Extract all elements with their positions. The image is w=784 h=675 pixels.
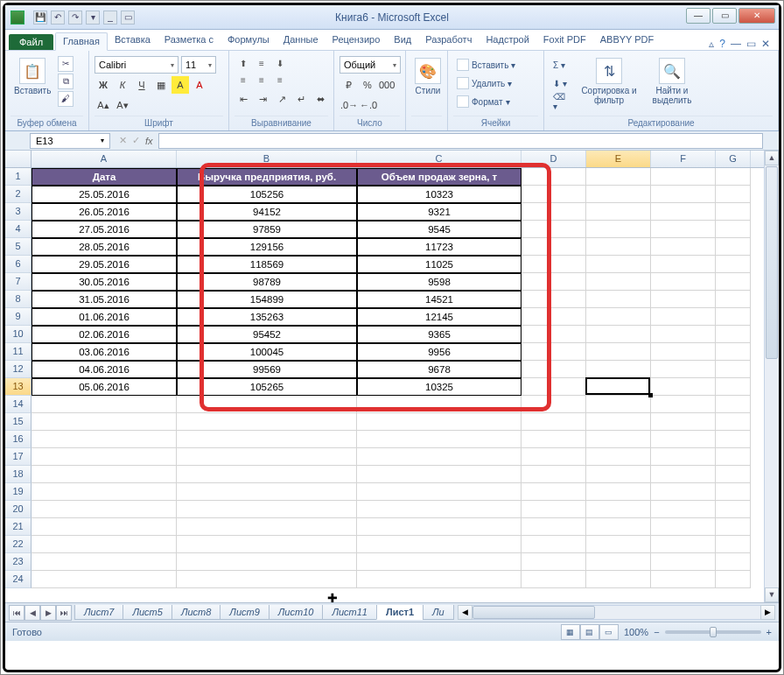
fill-icon[interactable]: ⬇ ▾ [550, 74, 574, 92]
cell[interactable]: 94152 [177, 203, 357, 221]
cell[interactable] [586, 308, 651, 326]
format-painter-icon[interactable]: 🖌 [58, 91, 74, 107]
sheet-nav-prev-icon[interactable]: ◀ [24, 605, 40, 621]
cell[interactable] [522, 536, 586, 553]
hscroll-thumb[interactable] [472, 606, 595, 619]
close-button[interactable] [738, 8, 775, 24]
cell[interactable] [586, 483, 651, 501]
horizontal-scrollbar[interactable]: ◀ ▶ [458, 605, 775, 620]
cell[interactable]: 28.05.2016 [32, 238, 177, 256]
cell[interactable] [586, 221, 651, 238]
sheet-nav-next-icon[interactable]: ▶ [40, 605, 56, 621]
tab-формулы[interactable]: Формулы [220, 32, 276, 50]
qat-extra-icon[interactable]: ▭ [121, 11, 135, 25]
cell[interactable] [522, 256, 586, 273]
cell[interactable] [716, 238, 751, 256]
scroll-down-icon[interactable]: ▼ [765, 587, 779, 602]
cell[interactable] [522, 431, 586, 448]
cell[interactable] [357, 466, 522, 483]
cell[interactable]: 10323 [357, 186, 522, 203]
cell[interactable]: 118569 [177, 256, 357, 273]
cell[interactable] [357, 483, 522, 501]
decrease-font-icon[interactable]: A▾ [114, 96, 131, 114]
cell[interactable] [522, 203, 586, 221]
cell[interactable]: 154899 [177, 291, 357, 308]
tab-foxit pdf[interactable]: Foxit PDF [536, 32, 593, 50]
cell[interactable] [716, 291, 751, 308]
increase-decimal-icon[interactable]: .0→ [340, 96, 357, 114]
row-header[interactable]: 1 [5, 168, 32, 186]
cell[interactable] [651, 361, 716, 378]
minimize-button[interactable]: — [686, 8, 710, 24]
font-color-button[interactable]: A [191, 76, 208, 94]
zoom-out-icon[interactable]: − [654, 627, 659, 637]
cell[interactable] [586, 203, 651, 221]
cell[interactable] [586, 186, 651, 203]
cell[interactable] [177, 396, 357, 413]
decrease-decimal-icon[interactable]: ←.0 [359, 96, 376, 114]
delete-cells-button[interactable]: Удалить ▾ [453, 74, 519, 92]
cancel-formula-icon[interactable]: ✕ [119, 135, 127, 146]
page-layout-view-icon[interactable]: ▤ [580, 624, 599, 640]
cell[interactable] [522, 413, 586, 431]
cell[interactable]: Выручка предприятия, руб. [177, 168, 357, 186]
cell[interactable] [522, 361, 586, 378]
cell[interactable] [586, 396, 651, 413]
cell[interactable] [32, 466, 177, 483]
maximize-button[interactable]: ▭ [712, 8, 737, 24]
select-all-corner[interactable] [5, 151, 32, 167]
row-header[interactable]: 9 [5, 308, 32, 326]
row-header[interactable]: 7 [5, 273, 32, 291]
row-header[interactable]: 12 [5, 361, 32, 378]
row-header[interactable]: 24 [5, 571, 32, 588]
row-header[interactable]: 20 [5, 501, 32, 518]
name-box[interactable]: E13▾ [30, 133, 110, 149]
cell[interactable] [651, 501, 716, 518]
sheet-tab[interactable]: Лист1 [376, 605, 424, 620]
cell[interactable] [651, 221, 716, 238]
cell[interactable] [716, 273, 751, 291]
column-header-A[interactable]: A [32, 151, 177, 167]
cell[interactable]: 30.05.2016 [32, 273, 177, 291]
cell[interactable] [357, 501, 522, 518]
orientation-icon[interactable]: ↗ [273, 90, 290, 108]
cell[interactable]: 9678 [357, 361, 522, 378]
cell[interactable] [651, 571, 716, 588]
cell[interactable] [716, 378, 751, 396]
cell[interactable] [32, 396, 177, 413]
cell[interactable] [32, 483, 177, 501]
cell[interactable] [586, 343, 651, 361]
currency-icon[interactable]: ₽ [340, 76, 357, 94]
fx-icon[interactable]: fx [145, 136, 153, 146]
cell[interactable] [522, 466, 586, 483]
cell[interactable] [522, 221, 586, 238]
cell[interactable] [716, 431, 751, 448]
worksheet-grid[interactable]: ABCDEFG 1ДатаВыручка предприятия, руб.Об… [5, 151, 779, 602]
sheet-tab[interactable]: Лист9 [220, 605, 269, 620]
sheet-tab[interactable]: Лист10 [269, 605, 324, 620]
cell[interactable]: 01.06.2016 [32, 308, 177, 326]
increase-font-icon[interactable]: A▴ [94, 96, 112, 114]
cell[interactable]: 12145 [357, 308, 522, 326]
fill-color-button[interactable]: A [172, 76, 189, 94]
cell[interactable] [716, 256, 751, 273]
cell[interactable] [586, 378, 651, 396]
cell[interactable] [586, 448, 651, 466]
cell[interactable] [522, 448, 586, 466]
cell[interactable]: 02.06.2016 [32, 326, 177, 343]
row-header[interactable]: 16 [5, 431, 32, 448]
cell[interactable]: 9545 [357, 221, 522, 238]
row-header[interactable]: 19 [5, 483, 32, 501]
tab-данные[interactable]: Данные [276, 32, 326, 50]
vertical-scrollbar[interactable]: ▲ ▼ [764, 151, 779, 602]
row-header[interactable]: 22 [5, 536, 32, 553]
cell[interactable] [716, 483, 751, 501]
cell[interactable] [522, 168, 586, 186]
undo-icon[interactable]: ↶ [51, 11, 65, 25]
vscroll-thumb[interactable] [766, 166, 778, 359]
cell[interactable] [586, 501, 651, 518]
row-header[interactable]: 10 [5, 326, 32, 343]
cell[interactable] [586, 413, 651, 431]
cell[interactable] [651, 291, 716, 308]
cell[interactable]: 11723 [357, 238, 522, 256]
